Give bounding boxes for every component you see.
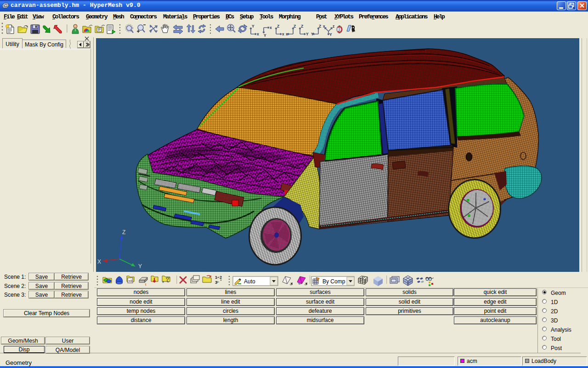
svg-text:Auto: Auto <box>244 278 255 285</box>
svg-text:z: z <box>333 24 334 29</box>
svg-text:3: 3 <box>215 280 217 285</box>
svg-text:zy: zy <box>166 276 170 280</box>
svg-text:Y: Y <box>329 32 332 37</box>
svg-text:Y: Y <box>306 32 309 36</box>
svg-text:2: 2 <box>220 275 222 280</box>
svg-text:Z: Z <box>277 24 279 29</box>
svg-text:x: x <box>282 32 284 36</box>
svg-text:Z: Z <box>301 24 303 29</box>
svg-text:x8: x8 <box>129 279 133 283</box>
svg-text:Y: Y <box>311 32 314 36</box>
svg-text:Z: Z <box>122 229 125 236</box>
svg-text:x: x <box>270 25 272 30</box>
svg-text:x: x <box>162 280 164 284</box>
svg-text:Z: Z <box>319 24 321 29</box>
svg-text:x: x <box>257 32 259 36</box>
svg-text:Y: Y <box>252 24 254 29</box>
svg-text:X: X <box>97 259 101 265</box>
svg-text:Y: Y <box>138 263 142 270</box>
svg-text:x: x <box>286 32 288 36</box>
svg-text:Y: Y <box>264 33 266 38</box>
svg-text:x: x <box>323 24 325 29</box>
svg-text:t: t <box>145 282 147 287</box>
svg-text:Z: Z <box>294 24 296 29</box>
svg-text:By Comp: By Comp <box>322 278 345 285</box>
